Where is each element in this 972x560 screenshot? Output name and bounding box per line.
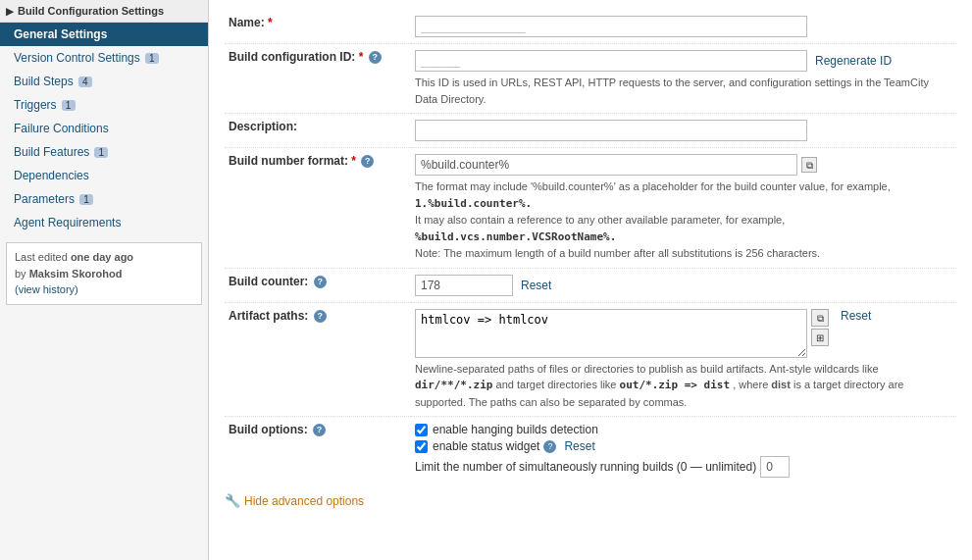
build-number-help-icon[interactable]: ? [361,155,374,168]
build-options-help-icon[interactable]: ? [313,424,326,436]
sidebar-link-version-control-settings[interactable]: Version Control Settings1 [0,46,208,70]
hide-advanced-label: Hide advanced options [244,494,364,508]
view-history-link[interactable]: (view history) [15,283,78,295]
artifact-help3: and target directories like [496,379,617,390]
hanging-builds-row: enable hanging builds detection [415,423,952,436]
last-edited-time: one day ago [71,251,133,263]
build-number-example1: 1.%build.counter%. [415,197,532,210]
build-number-required: * [351,154,356,168]
sidebar-header[interactable]: ▶ Build Configuration Settings [0,0,208,23]
artifact-reset-link[interactable]: Reset [841,309,871,323]
sidebar-link-general-settings[interactable]: General Settings [0,23,208,46]
artifact-help4: out/*.zip => dist [620,379,731,391]
last-edited-by: by [15,268,26,280]
artifact-help1: Newline-separated paths of files or dire… [415,363,879,375]
description-label: Description: [229,120,297,133]
copy-icon[interactable]: ⧉ [801,157,817,173]
build-id-row: Build configuration ID: * ? Regenerate I… [225,44,956,114]
build-id-required: * [359,50,364,64]
status-widget-checkbox[interactable] [415,440,428,453]
build-id-input[interactable] [415,50,807,72]
status-widget-reset-link[interactable]: Reset [564,439,594,453]
sidebar-link-build-steps[interactable]: Build Steps4 [0,70,208,93]
build-number-help1: The format may include '%build.counter%'… [415,180,891,192]
build-number-label-cell: Build number format: * ? [225,148,411,269]
artifact-paths-input[interactable]: htmlcov => htmlcov [415,309,807,358]
sidebar-item-failure-conditions[interactable]: Failure Conditions [0,117,208,140]
sidebar-item-general-settings[interactable]: General Settings [0,23,208,46]
last-edited-prefix: Last edited [15,251,68,263]
last-edited-box: Last edited one day ago by Maksim Skoroh… [6,242,202,305]
limit-row: Limit the number of simultaneously runni… [415,456,952,478]
description-input[interactable] [415,120,807,141]
build-number-input[interactable] [415,154,797,176]
artifact-copy-icon[interactable]: ⧉ [811,309,829,327]
build-id-label: Build configuration ID: [229,50,355,64]
sidebar-link-dependencies[interactable]: Dependencies [0,164,208,187]
build-id-help-text: This ID is used in URLs, REST API, HTTP … [415,75,952,107]
name-required: * [268,16,273,29]
sidebar-badge-version-control-settings: 1 [145,53,159,64]
build-options-value-cell: enable hanging builds detection enable s… [411,417,956,484]
wrench-icon: 🔧 [225,493,240,508]
regenerate-id-link[interactable]: Regenerate ID [815,54,892,68]
name-label: Name: [229,16,265,29]
artifact-expand-icon[interactable]: ⊞ [811,329,829,346]
build-counter-help-icon[interactable]: ? [314,276,327,288]
status-widget-help-icon[interactable]: ? [543,440,556,453]
status-widget-row: enable status widget ? Reset [415,439,952,453]
build-options-row: Build options: ? enable hanging builds d… [225,417,956,484]
artifact-paths-label-cell: Artifact paths: ? [225,302,411,417]
sidebar-item-build-steps[interactable]: Build Steps4 [0,70,208,93]
build-id-label-cell: Build configuration ID: * ? [225,44,411,114]
status-widget-label: enable status widget [433,439,539,453]
sidebar-badge-build-steps: 4 [78,76,92,87]
sidebar-item-triggers[interactable]: Triggers1 [0,93,208,117]
sidebar-link-failure-conditions[interactable]: Failure Conditions [0,117,208,140]
form-table: Name: * Build configuration ID: * ? R [225,10,956,484]
build-number-help: The format may include '%build.counter%'… [415,178,952,262]
hide-advanced-options-link[interactable]: 🔧 Hide advanced options [225,493,956,508]
description-value-cell [411,114,956,148]
last-edited-author: Maksim Skorohod [29,268,123,280]
sidebar-item-agent-requirements[interactable]: Agent Requirements [0,211,208,234]
build-number-label: Build number format: [229,154,348,168]
sidebar-collapse-icon: ▶ [6,6,14,17]
sidebar-badge-build-features: 1 [94,147,108,158]
sidebar-item-build-features[interactable]: Build Features1 [0,140,208,164]
sidebar-item-dependencies[interactable]: Dependencies [0,164,208,187]
artifact-help5: , where [733,379,768,390]
artifact-paths-value-cell: htmlcov => htmlcov ⧉ ⊞ Reset Newline-sep… [411,302,956,417]
artifact-paths-label: Artifact paths: [229,309,308,323]
sidebar-badge-parameters: 1 [79,194,93,205]
limit-input[interactable] [760,456,790,478]
artifact-paths-help-icon[interactable]: ? [314,310,327,323]
name-value-cell [411,10,956,44]
artifact-help2: dir/**/*.zip [415,379,492,391]
sidebar-link-build-features[interactable]: Build Features1 [0,140,208,164]
sidebar-link-parameters[interactable]: Parameters1 [0,187,208,211]
description-label-cell: Description: [225,114,411,148]
name-input[interactable] [415,16,807,37]
build-counter-value-cell: Reset [411,268,956,302]
build-number-value-cell: ⧉ The format may include '%build.counter… [411,148,956,269]
sidebar-item-version-control-settings[interactable]: Version Control Settings1 [0,46,208,70]
build-counter-reset-link[interactable]: Reset [521,279,551,292]
build-id-help-icon[interactable]: ? [369,51,382,64]
sidebar: ▶ Build Configuration Settings General S… [0,0,209,560]
build-number-help5: Note: The maximum length of a build numb… [415,247,820,259]
build-id-value-cell: Regenerate ID This ID is used in URLs, R… [411,44,956,114]
build-options-label: Build options: [229,423,308,436]
sidebar-header-label: Build Configuration Settings [18,5,164,17]
sidebar-item-parameters[interactable]: Parameters1 [0,187,208,211]
hanging-builds-checkbox[interactable] [415,424,428,436]
sidebar-nav: General SettingsVersion Control Settings… [0,23,208,234]
artifact-paths-row: Artifact paths: ? htmlcov => htmlcov ⧉ ⊞… [225,302,956,417]
main-content: Name: * Build configuration ID: * ? R [209,0,972,560]
name-label-cell: Name: * [225,10,411,44]
sidebar-link-agent-requirements[interactable]: Agent Requirements [0,211,208,234]
build-counter-input[interactable] [415,275,513,296]
sidebar-link-triggers[interactable]: Triggers1 [0,93,208,117]
hanging-builds-label: enable hanging builds detection [433,423,598,436]
build-number-help3: It may also contain a reference to any o… [415,214,785,226]
